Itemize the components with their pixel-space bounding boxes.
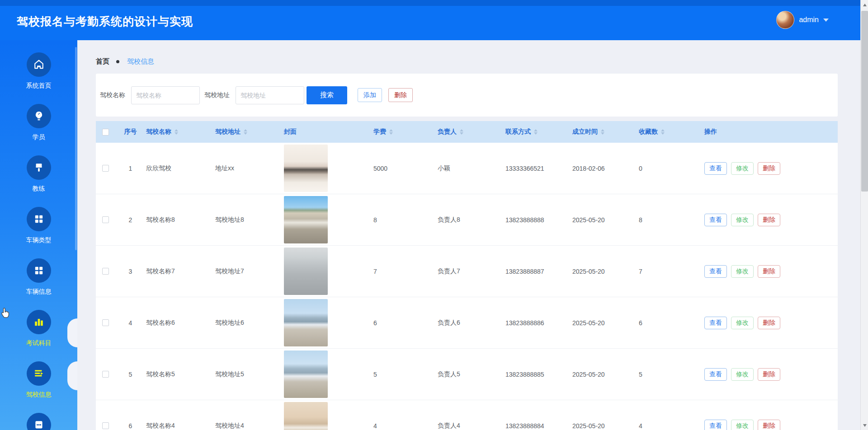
edit-button[interactable]: 修改 xyxy=(731,162,754,175)
school-name-input[interactable] xyxy=(131,86,200,104)
delete-button[interactable]: 删除 xyxy=(758,368,780,381)
search-toolbar: 驾校名称 驾校地址 搜索 添加 删除 xyxy=(96,74,838,117)
view-button[interactable]: 查看 xyxy=(704,368,727,381)
sidebar-item-label: 教练 xyxy=(33,185,45,193)
brush-icon xyxy=(27,155,51,180)
column-header-label: 联系方式 xyxy=(505,128,531,136)
sidebar-item[interactable]: 车辆类型 xyxy=(0,207,77,258)
main-content: 首页 驾校信息 驾校名称 驾校地址 搜索 添加 删除 序号驾校名称驾校地址封面学… xyxy=(77,40,860,430)
cell-actions: 查看 修改 删除 xyxy=(701,368,838,381)
view-button[interactable]: 查看 xyxy=(704,317,727,329)
breadcrumb-current[interactable]: 驾校信息 xyxy=(127,57,154,66)
row-checkbox[interactable] xyxy=(102,216,109,223)
cell-date: 2025-05-20 xyxy=(569,216,635,224)
cell-school-name: 驾校名称7 xyxy=(142,267,212,276)
sidebar-item[interactable]: 教练 xyxy=(0,155,77,207)
column-header[interactable]: 驾校地址 xyxy=(212,128,280,136)
delete-button[interactable]: 删除 xyxy=(758,420,780,430)
edit-button[interactable]: 修改 xyxy=(731,420,754,430)
sidebar-item[interactable]: 学员 xyxy=(0,104,77,155)
row-checkbox[interactable] xyxy=(102,268,109,275)
sidebar-item[interactable]: 车辆信息 xyxy=(0,258,77,310)
scroll-up-icon[interactable] xyxy=(861,1,868,9)
scroll-down-icon[interactable] xyxy=(861,421,868,429)
user-menu[interactable]: admin xyxy=(776,11,829,29)
cell-phone: 13823888885 xyxy=(502,371,569,378)
active-notch xyxy=(67,361,77,390)
view-button[interactable]: 查看 xyxy=(704,162,727,175)
sidebar-item[interactable]: 驾校信息 xyxy=(0,361,77,413)
column-header: 序号 xyxy=(118,128,142,136)
delete-button[interactable]: 删除 xyxy=(758,214,780,226)
cell-school-name: 驾校名称4 xyxy=(142,422,212,430)
scrollbar-thumb[interactable] xyxy=(861,11,868,192)
delete-button[interactable]: 删除 xyxy=(758,317,780,329)
edit-button[interactable]: 修改 xyxy=(731,265,754,278)
select-all-checkbox[interactable] xyxy=(102,129,109,136)
column-header[interactable]: 学费 xyxy=(370,128,434,136)
cover-image[interactable] xyxy=(284,402,328,430)
table-header-row: 序号驾校名称驾校地址封面学费负责人联系方式成立时间收藏数操作 xyxy=(96,121,838,143)
table-row: 1 欣欣驾校 地址xx 5000 小颖 13333366521 2018-02-… xyxy=(96,143,838,194)
table-row: 6 驾校名称4 驾校地址4 4 负责人4 13823888884 2025-05… xyxy=(96,400,838,430)
add-button[interactable]: 添加 xyxy=(358,88,382,102)
sort-icon[interactable] xyxy=(175,129,178,135)
batch-delete-button[interactable]: 删除 xyxy=(388,88,413,102)
column-header[interactable]: 成立时间 xyxy=(569,128,635,136)
cell-fee: 6 xyxy=(370,319,434,327)
list-icon xyxy=(27,361,51,386)
edit-button[interactable]: 修改 xyxy=(731,368,754,381)
cell-phone: 13823888888 xyxy=(502,216,569,224)
table-row: 4 驾校名称6 驾校地址6 6 负责人6 13823888886 2025-05… xyxy=(96,297,838,349)
window-scrollbar[interactable] xyxy=(860,0,868,430)
sidebar-item[interactable] xyxy=(0,413,77,430)
sort-icon[interactable] xyxy=(244,129,247,135)
avatar[interactable] xyxy=(776,11,794,29)
view-button[interactable]: 查看 xyxy=(704,214,727,226)
cell-index: 6 xyxy=(118,422,142,430)
sidebar-item-label: 驾校信息 xyxy=(26,391,52,399)
sidebar-scrollbar[interactable] xyxy=(75,47,77,250)
cell-person: 负责人5 xyxy=(434,370,502,379)
cell-favorites: 5 xyxy=(635,371,701,378)
sort-icon[interactable] xyxy=(460,129,463,135)
sidebar-item[interactable]: 系统首页 xyxy=(0,52,77,104)
column-header[interactable]: 驾校名称 xyxy=(142,128,212,136)
row-checkbox[interactable] xyxy=(102,165,109,172)
column-header-label: 驾校地址 xyxy=(215,128,241,136)
cell-person: 负责人8 xyxy=(434,216,502,224)
cell-date: 2025-05-20 xyxy=(569,371,635,378)
cell-person: 负责人4 xyxy=(434,422,502,430)
column-header[interactable]: 负责人 xyxy=(434,128,502,136)
cell-school-address: 驾校地址8 xyxy=(212,216,280,224)
cover-image[interactable] xyxy=(284,248,328,295)
edit-button[interactable]: 修改 xyxy=(731,214,754,226)
row-checkbox[interactable] xyxy=(102,319,109,326)
cover-image[interactable] xyxy=(284,351,328,398)
column-header[interactable]: 联系方式 xyxy=(502,128,569,136)
cell-index: 3 xyxy=(118,268,142,275)
cover-image[interactable] xyxy=(284,145,328,192)
sort-icon[interactable] xyxy=(534,129,538,135)
cover-image[interactable] xyxy=(284,196,328,243)
row-checkbox[interactable] xyxy=(102,371,109,378)
view-button[interactable]: 查看 xyxy=(704,420,727,430)
sort-icon[interactable] xyxy=(601,129,604,135)
delete-button[interactable]: 删除 xyxy=(758,265,780,278)
school-address-label: 驾校地址 xyxy=(204,91,230,99)
cell-school-address: 驾校地址6 xyxy=(212,319,280,327)
school-address-input[interactable] xyxy=(236,86,304,104)
breadcrumb: 首页 驾校信息 xyxy=(96,57,154,66)
view-button[interactable]: 查看 xyxy=(704,265,727,278)
sort-icon[interactable] xyxy=(389,129,393,135)
column-header[interactable]: 收藏数 xyxy=(635,128,701,136)
delete-button[interactable]: 删除 xyxy=(758,162,780,175)
cell-favorites: 8 xyxy=(635,216,701,224)
mouse-cursor xyxy=(0,307,12,322)
breadcrumb-home[interactable]: 首页 xyxy=(96,57,109,66)
sort-icon[interactable] xyxy=(661,129,665,135)
search-button[interactable]: 搜索 xyxy=(307,86,347,104)
edit-button[interactable]: 修改 xyxy=(731,317,754,329)
row-checkbox[interactable] xyxy=(102,422,109,429)
cover-image[interactable] xyxy=(284,299,328,346)
